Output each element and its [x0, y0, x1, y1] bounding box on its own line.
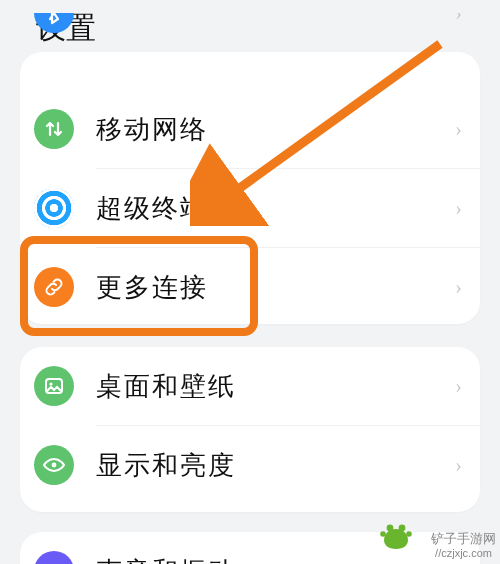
watermark-text: 铲子手游网 //czjxjc.com: [431, 531, 496, 560]
chevron-right-icon: ›: [455, 276, 462, 299]
settings-row-display[interactable]: 显示和亮度 ›: [20, 426, 480, 504]
settings-row-wallpaper[interactable]: 桌面和壁纸 ›: [20, 347, 480, 425]
chevron-right-icon: ›: [455, 13, 462, 25]
settings-row-super-terminal[interactable]: 超级终端 ›: [20, 169, 480, 247]
watermark-logo: [378, 520, 414, 556]
sound-icon: [34, 551, 74, 564]
svg-point-6: [380, 531, 386, 537]
watermark-line2: //czjxjc.com: [431, 547, 496, 560]
row-label: 超级终端: [96, 191, 455, 226]
chevron-right-icon: ›: [455, 375, 462, 398]
partial-row: ›: [20, 13, 480, 52]
eye-icon: [34, 445, 74, 485]
settings-row-bluetooth[interactable]: ›: [20, 13, 480, 52]
image-icon: [34, 366, 74, 406]
bluetooth-icon: [34, 13, 74, 33]
chevron-right-icon: ›: [455, 118, 462, 141]
row-label: 显示和亮度: [96, 448, 455, 483]
row-label: 桌面和壁纸: [96, 369, 455, 404]
row-label: 更多连接: [96, 270, 455, 305]
settings-group-2: 桌面和壁纸 › 显示和亮度 ›: [20, 347, 480, 512]
chevron-right-icon: ›: [455, 560, 462, 565]
svg-point-4: [387, 525, 394, 532]
svg-point-5: [399, 525, 406, 532]
chevron-right-icon: ›: [455, 454, 462, 477]
link-icon: [34, 267, 74, 307]
svg-point-2: [52, 463, 57, 468]
row-label: 移动网络: [96, 112, 455, 147]
up-down-icon: [34, 109, 74, 149]
settings-group-1: › 移动网络 › 超级终端 › 更多连接 ›: [20, 52, 480, 324]
chevron-right-icon: ›: [455, 197, 462, 220]
settings-row-more-connections[interactable]: 更多连接 ›: [20, 248, 480, 326]
svg-point-7: [406, 531, 412, 537]
settings-row-mobile-network[interactable]: 移动网络 ›: [20, 90, 480, 168]
target-icon: [34, 188, 74, 228]
watermark-line1: 铲子手游网: [431, 531, 496, 547]
svg-point-1: [49, 382, 52, 385]
